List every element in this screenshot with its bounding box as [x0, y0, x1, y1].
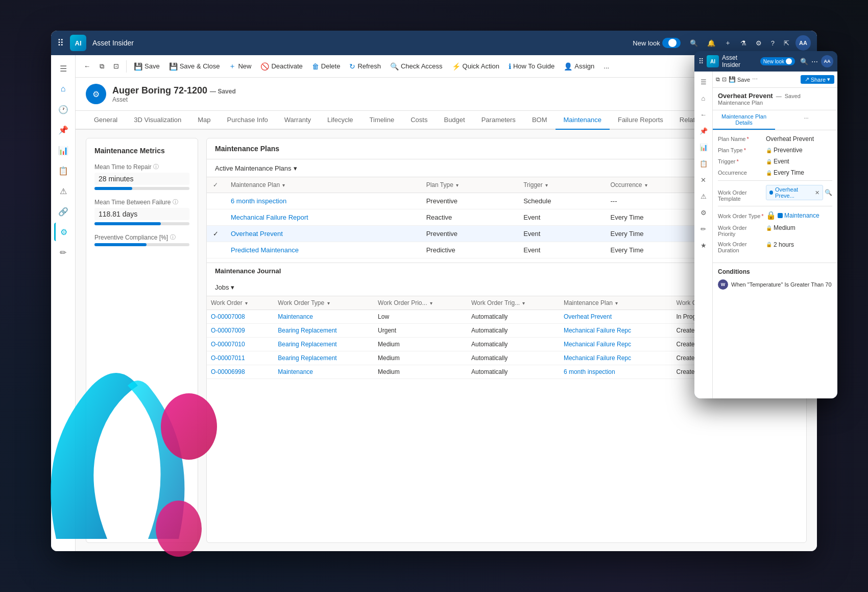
wo-link[interactable]: O-00007011 [211, 354, 245, 362]
mobile-sidebar-home[interactable]: ⌂ [696, 91, 711, 105]
wo-number-cell[interactable]: O-00007009 [207, 324, 274, 338]
refresh-button[interactable]: ↻ Refresh [345, 60, 385, 73]
toggle-control[interactable] [662, 38, 681, 48]
wo-link[interactable]: O-00006998 [211, 368, 245, 375]
tab-maintenance[interactable]: Maintenance [556, 111, 610, 130]
wo-type-cell[interactable]: Maintenance [274, 365, 374, 379]
new-look-toggle[interactable]: New look [630, 36, 683, 50]
wo-type-link[interactable]: Bearing Replacement [278, 354, 336, 362]
open-new-button[interactable]: ⊡ [109, 60, 123, 72]
filter-icon[interactable]: ⚗ [737, 37, 750, 49]
mobile-sidebar-settings[interactable]: ⚙ [696, 205, 711, 220]
wo-number-cell[interactable]: O-00007008 [207, 310, 274, 324]
th-wo-plan[interactable]: Maintenance Plan ▾ [560, 296, 672, 310]
sidebar-analytics-icon[interactable]: 📊 [54, 141, 73, 159]
mobile-sidebar-star[interactable]: ★ [696, 238, 711, 252]
sidebar-records-icon[interactable]: 📋 [54, 161, 73, 180]
plan-link[interactable]: 6 month inspection [231, 197, 286, 205]
mobile-sidebar-pin[interactable]: 📌 [696, 124, 711, 138]
wo-plan-cell[interactable]: 6 month inspection [560, 365, 672, 379]
add-icon[interactable]: ＋ [721, 36, 734, 50]
wo-plan-link[interactable]: Mechanical Failure Repc [564, 327, 631, 334]
mobile-apps-icon[interactable]: ⠿ [698, 57, 704, 65]
tab-general[interactable]: General [86, 111, 126, 130]
wo-type-cell[interactable]: Bearing Replacement [274, 324, 374, 338]
th-trigger[interactable]: Trigger ▾ [517, 177, 604, 193]
user-avatar[interactable]: AA [795, 35, 811, 51]
wo-number-cell[interactable]: O-00007010 [207, 338, 274, 351]
external-icon[interactable]: ⇱ [781, 37, 792, 49]
wo-type-link[interactable]: Bearing Replacement [278, 341, 336, 348]
wo-plan-link[interactable]: Overheat Prevent [564, 313, 612, 320]
mobile-sidebar-close[interactable]: ✕ [696, 173, 711, 187]
more-button[interactable]: ... [599, 60, 613, 72]
plan-name-cell[interactable]: 6 month inspection [225, 193, 420, 209]
jobs-dropdown[interactable]: Jobs ▾ [215, 283, 234, 291]
save-close-button[interactable]: 💾 Save & Close [165, 60, 224, 73]
wo-type-cell[interactable]: Maintenance [274, 310, 374, 324]
mobile-sidebar-back[interactable]: ← [696, 107, 711, 122]
plan-name-cell[interactable]: Mechanical Failure Report [225, 209, 420, 226]
sidebar-related-icon[interactable]: 🔗 [54, 202, 73, 221]
th-wo-trigger[interactable]: Work Order Trig... ▾ [467, 296, 560, 310]
sidebar-alerts-icon[interactable]: ⚠ [54, 182, 73, 200]
mobile-tab-more[interactable]: ... [775, 110, 837, 130]
copy-button[interactable]: ⧉ [95, 60, 108, 73]
deactivate-button[interactable]: 🚫 Deactivate [256, 60, 306, 73]
mobile-open-new-btn[interactable]: ⊡ [722, 76, 727, 83]
mobile-sidebar-menu[interactable]: ☰ [696, 75, 711, 89]
plan-name-cell[interactable]: Predicted Maintenance [225, 242, 420, 258]
mobile-tab-details[interactable]: Maintenance Plan Details [713, 110, 775, 130]
wo-template-search-icon[interactable]: 🔍 [825, 189, 832, 196]
wo-type-link[interactable]: Bearing Replacement [278, 327, 336, 334]
wo-template-tag[interactable]: Overheat Preve... ✕ [766, 185, 823, 200]
apps-grid-icon[interactable]: ⠿ [57, 37, 64, 49]
sidebar-menu-icon[interactable]: ☰ [54, 59, 73, 78]
mobile-sidebar-records[interactable]: 📋 [696, 156, 711, 171]
search-nav-icon[interactable]: 🔍 [687, 37, 701, 49]
tab-bom[interactable]: BOM [524, 111, 556, 130]
assign-button[interactable]: 👤 Assign [560, 60, 598, 73]
mobile-avatar[interactable]: AA [821, 55, 833, 67]
th-plan-type[interactable]: Plan Type ▾ [420, 177, 518, 193]
wo-plan-cell[interactable]: Mechanical Failure Repc [560, 351, 672, 365]
wo-plan-link[interactable]: Mechanical Failure Repc [564, 354, 631, 362]
check-access-button[interactable]: 🔍 Check Access [386, 60, 447, 73]
wo-type-link[interactable]: Maintenance [278, 313, 313, 320]
wo-type-link[interactable]: Maintenance [278, 368, 313, 375]
wo-type-cell[interactable]: Bearing Replacement [274, 338, 374, 351]
settings-icon[interactable]: ⚙ [753, 37, 765, 49]
sidebar-pin-icon[interactable]: 📌 [54, 121, 73, 139]
wo-number-cell[interactable]: O-00006998 [207, 365, 274, 379]
tab-timeline[interactable]: Timeline [361, 111, 403, 130]
mobile-sidebar-alert[interactable]: ⚠ [696, 189, 711, 203]
th-plan-name[interactable]: Maintenance Plan ▾ [225, 177, 420, 193]
th-wo-priority[interactable]: Work Order Prio... ▾ [374, 296, 467, 310]
new-button[interactable]: ＋ New [225, 60, 255, 73]
tab-lifecycle[interactable]: Lifecycle [319, 111, 361, 130]
quick-action-button[interactable]: ⚡ Quick Action [448, 60, 503, 73]
wo-number-cell[interactable]: O-00007011 [207, 351, 274, 365]
mobile-share-btn[interactable]: ↗ Share ▾ [801, 75, 834, 84]
back-button[interactable]: ← [80, 60, 94, 72]
tab-map[interactable]: Map [189, 111, 219, 130]
wo-plan-cell[interactable]: Mechanical Failure Repc [560, 324, 672, 338]
wo-plan-link[interactable]: Mechanical Failure Repc [564, 341, 631, 348]
tab-purchase-info[interactable]: Purchase Info [219, 111, 276, 130]
wo-plan-link[interactable]: 6 month inspection [564, 368, 615, 375]
tab-budget[interactable]: Budget [436, 111, 473, 130]
plan-link[interactable]: Overheat Prevent [231, 230, 283, 238]
how-to-guide-button[interactable]: ℹ How To Guide [504, 60, 559, 73]
wo-type-cell[interactable]: Bearing Replacement [274, 351, 374, 365]
th-wo-type[interactable]: Work Order Type ▾ [274, 296, 374, 310]
wo-template-value[interactable]: Overheat Preve... ✕ 🔍 [766, 185, 832, 200]
tab-costs[interactable]: Costs [402, 111, 436, 130]
help-icon[interactable]: ? [768, 37, 778, 49]
wo-plan-cell[interactable]: Mechanical Failure Repc [560, 338, 672, 351]
active-plans-dropdown[interactable]: Active Maintenance Plans ▾ [215, 164, 297, 172]
tab-3d-viz[interactable]: 3D Visualization [126, 111, 189, 130]
wo-link[interactable]: O-00007009 [211, 327, 245, 334]
mobile-sidebar-edit[interactable]: ✏ [696, 222, 711, 236]
mobile-new-look-toggle[interactable]: New look [760, 57, 795, 65]
wo-plan-cell[interactable]: Overheat Prevent [560, 310, 672, 324]
